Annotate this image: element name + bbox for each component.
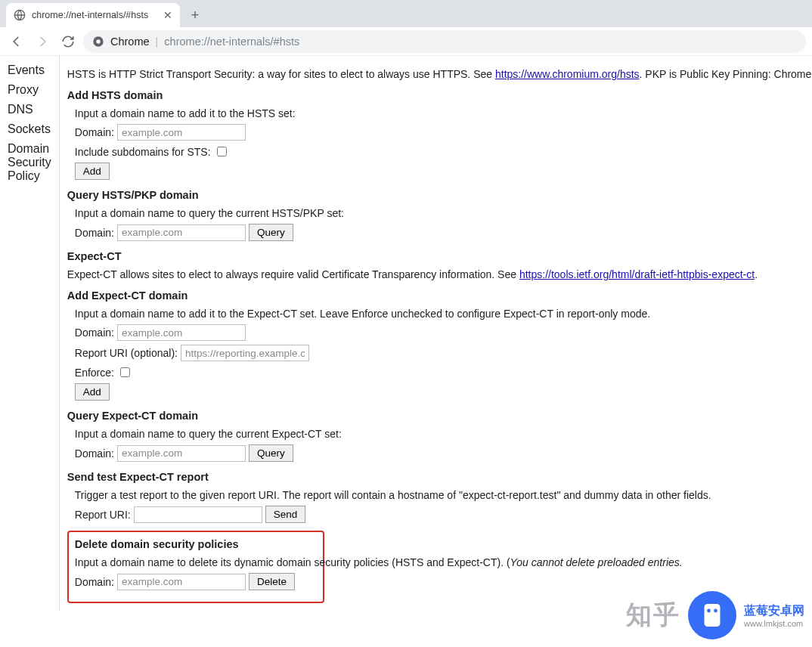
send-test-button[interactable]: Send (265, 506, 306, 523)
delete-instruction-italic: You cannot delete preloaded entries. (510, 556, 683, 568)
add-expect-button[interactable]: Add (75, 383, 110, 401)
expect-ct-intro-suffix: . (755, 268, 758, 280)
lanmei-brand: 蓝莓安卓网 (744, 603, 804, 611)
add-hsts-heading: Add HSTS domain (67, 89, 812, 101)
content-area: HSTS is HTTP Strict Transport Security: … (60, 56, 812, 611)
expect-ct-intro-prefix: Expect-CT allows sites to elect to alway… (67, 268, 519, 280)
add-expect-instruction: Input a domain name to add it to the Exp… (75, 308, 812, 320)
query-expect-domain-input[interactable] (117, 445, 246, 462)
new-tab-button[interactable]: + (184, 5, 206, 26)
omnibox-origin: Chrome (110, 36, 150, 48)
close-icon[interactable]: ✕ (163, 9, 172, 21)
delete-instruction-prefix: Input a domain name to delete its dynami… (75, 556, 510, 568)
send-test-report-input[interactable] (134, 506, 262, 523)
add-hsts-subdomain-checkbox[interactable] (217, 147, 227, 156)
add-expect-domain-input[interactable] (117, 324, 246, 341)
sidebar-item-events[interactable]: Events (0, 60, 59, 80)
add-hsts-domain-input[interactable] (117, 124, 246, 141)
tab-strip: chrome://net-internals/#hsts ✕ + (0, 0, 812, 27)
svg-point-2 (96, 39, 100, 43)
omnibox-url: chrome://net-internals/#hsts (164, 36, 299, 48)
hsts-intro-link[interactable]: https://www.chromium.org/hsts (495, 68, 640, 80)
add-hsts-domain-label: Domain: (75, 126, 114, 138)
tab-title: chrome://net-internals/#hsts (32, 10, 148, 20)
add-hsts-subdomain-label: Include subdomains for STS: (75, 146, 211, 158)
expect-ct-heading: Expect-CT (67, 250, 812, 262)
sidebar-item-sockets[interactable]: Sockets (0, 119, 59, 139)
omnibox-separator: | (156, 36, 159, 48)
hsts-intro-prefix: HSTS is HTTP Strict Transport Security: … (67, 68, 495, 80)
add-expect-heading: Add Expect-CT domain (67, 289, 812, 302)
query-hsts-heading: Query HSTS/PKP domain (67, 189, 812, 201)
query-hsts-domain-input[interactable] (117, 224, 246, 241)
query-expect-instruction: Input a domain name to query the current… (75, 428, 812, 440)
query-hsts-domain-label: Domain: (75, 227, 114, 239)
chrome-icon (92, 36, 104, 48)
svg-rect-3 (705, 604, 721, 611)
delete-domain-label: Domain: (75, 576, 114, 588)
add-hsts-instruction: Input a domain name to add it to the HST… (75, 107, 812, 119)
zhihu-watermark: 知乎 (626, 598, 680, 611)
query-hsts-button[interactable]: Query (249, 224, 293, 241)
query-expect-domain-label: Domain: (75, 447, 114, 460)
hsts-intro-suffix: . PKP is Public Key Pinning: Chrome "pin… (640, 68, 812, 80)
sidebar: Events Proxy DNS Sockets Domain Security… (0, 56, 60, 611)
add-expect-report-label: Report URI (optional): (75, 347, 178, 359)
reload-button[interactable] (57, 31, 79, 52)
query-expect-button[interactable]: Query (249, 444, 293, 462)
sidebar-item-dns[interactable]: DNS (0, 100, 59, 119)
query-hsts-instruction: Input a domain name to query the current… (75, 207, 812, 219)
expect-ct-intro-link[interactable]: https://tools.ietf.org/html/draft-ietf-h… (519, 268, 755, 280)
query-expect-heading: Query Expect-CT domain (67, 410, 812, 422)
sidebar-item-proxy[interactable]: Proxy (0, 80, 59, 100)
send-test-instruction: Trigger a test report to the given repor… (75, 489, 812, 501)
delete-domain-input[interactable] (117, 574, 246, 590)
add-expect-report-input[interactable] (181, 345, 309, 361)
add-expect-domain-label: Domain: (75, 327, 114, 339)
add-expect-enforce-checkbox[interactable] (120, 367, 130, 377)
lanmei-logo-icon (688, 591, 736, 611)
forward-button[interactable] (32, 31, 53, 52)
watermark: 知乎 蓝莓安卓网 www.lmkjst.com (626, 591, 804, 611)
toolbar: Chrome | chrome://net-internals/#hsts (0, 27, 812, 56)
delete-section: Delete domain security policies Input a … (67, 531, 324, 603)
delete-heading: Delete domain security policies (75, 538, 317, 550)
add-hsts-button[interactable]: Add (75, 163, 110, 180)
globe-icon (14, 9, 26, 21)
send-test-report-label: Report URI: (75, 509, 131, 521)
browser-tab[interactable]: chrome://net-internals/#hsts ✕ (6, 3, 180, 27)
back-button[interactable] (6, 31, 27, 52)
sidebar-item-domain-security[interactable]: Domain Security Policy (0, 139, 59, 186)
address-bar[interactable]: Chrome | chrome://net-internals/#hsts (83, 30, 806, 53)
send-test-heading: Send test Expect-CT report (67, 471, 812, 483)
add-expect-enforce-label: Enforce: (75, 367, 114, 379)
delete-button[interactable]: Delete (249, 573, 295, 590)
